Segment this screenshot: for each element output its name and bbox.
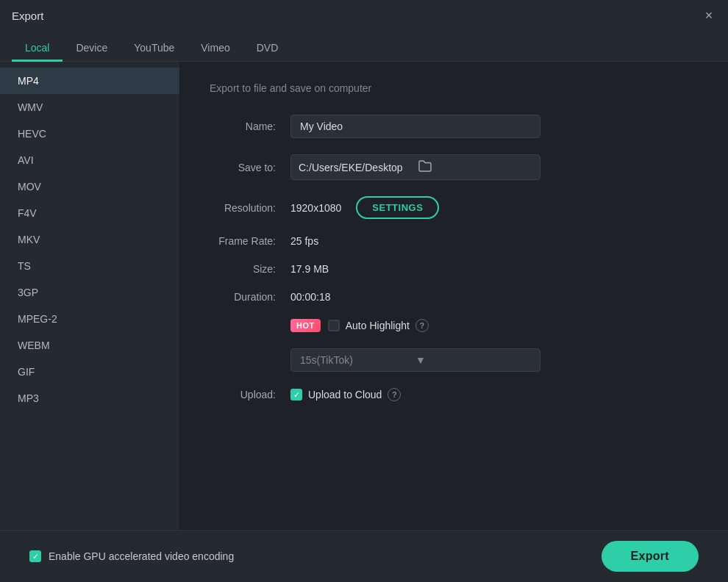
sidebar-item-mkv[interactable]: MKV (0, 226, 179, 253)
dialog-title: Export (12, 10, 43, 22)
export-content: Export to file and save on computer Name… (180, 62, 728, 530)
format-sidebar: MP4 WMV HEVC AVI MOV F4V MKV TS 3GP MPEG… (0, 62, 180, 530)
resolution-label: Resolution: (210, 202, 290, 214)
gpu-checkbox[interactable] (29, 550, 41, 562)
sidebar-item-f4v[interactable]: F4V (0, 200, 179, 226)
sidebar-item-gif[interactable]: GIF (0, 359, 179, 385)
auto-highlight-help-icon[interactable]: ? (415, 319, 429, 332)
upload-cloud-label: Upload to Cloud (308, 389, 382, 400)
close-button[interactable]: × (702, 8, 716, 23)
tab-bar: Local Device YouTube Vimeo DVD (0, 31, 728, 62)
tab-local[interactable]: Local (12, 36, 63, 62)
sidebar-item-3gp[interactable]: 3GP (0, 279, 179, 306)
save-to-label: Save to: (210, 162, 290, 173)
frame-rate-row: Frame Rate: 25 fps (210, 235, 699, 247)
frame-rate-value: 25 fps (290, 235, 318, 247)
resolution-row: Resolution: 1920x1080 SETTINGS (210, 196, 699, 219)
name-input[interactable] (290, 115, 540, 138)
upload-cloud-help-icon[interactable]: ? (388, 388, 401, 401)
auto-highlight-label: Auto Highlight (346, 320, 410, 331)
folder-icon[interactable] (418, 160, 532, 174)
name-row: Name: (210, 115, 699, 138)
save-to-row: Save to: C:/Users/EKE/Desktop (210, 154, 699, 180)
path-value: C:/Users/EKE/Desktop (299, 162, 413, 173)
title-bar: Export × (0, 0, 728, 31)
upload-row: Upload: Upload to Cloud ? (210, 388, 699, 401)
settings-button[interactable]: SETTINGS (356, 196, 439, 219)
tab-vimeo[interactable]: Vimeo (188, 36, 243, 62)
resolution-value: 1920x1080 (290, 202, 341, 214)
tab-youtube[interactable]: YouTube (121, 36, 188, 62)
sidebar-item-mp3[interactable]: MP3 (0, 385, 179, 412)
hot-badge: HOT (290, 319, 321, 332)
sidebar-item-avi[interactable]: AVI (0, 147, 179, 173)
tab-dvd[interactable]: DVD (243, 36, 292, 62)
duration-row: Duration: 00:00:18 (210, 291, 699, 303)
frame-rate-label: Frame Rate: (210, 235, 290, 247)
tiktok-duration-dropdown[interactable]: 15s(TikTok) ▼ (290, 348, 540, 372)
sidebar-item-hevc[interactable]: HEVC (0, 121, 179, 147)
upload-cloud-checkbox-wrap[interactable]: Upload to Cloud (290, 389, 382, 400)
sidebar-item-mp4[interactable]: MP4 (0, 68, 179, 94)
duration-value: 00:00:18 (290, 291, 331, 303)
path-input-wrap: C:/Users/EKE/Desktop (290, 154, 540, 180)
upload-label: Upload: (210, 389, 290, 400)
bottom-bar: Enable GPU accelerated video encoding Ex… (0, 530, 728, 582)
section-title: Export to file and save on computer (210, 82, 699, 94)
sidebar-item-wmv[interactable]: WMV (0, 94, 179, 121)
dropdown-arrow-icon: ▼ (415, 354, 531, 366)
export-button[interactable]: Export (602, 541, 699, 572)
duration-label: Duration: (210, 291, 290, 303)
resolution-value-wrap: 1920x1080 SETTINGS (290, 196, 439, 219)
gpu-check-wrap: Enable GPU accelerated video encoding (29, 550, 234, 562)
main-content: MP4 WMV HEVC AVI MOV F4V MKV TS 3GP MPEG… (0, 62, 728, 530)
size-label: Size: (210, 263, 290, 275)
gpu-label: Enable GPU accelerated video encoding (49, 550, 234, 562)
upload-cloud-checkbox[interactable] (290, 389, 302, 400)
auto-highlight-checkbox[interactable] (328, 320, 340, 331)
sidebar-item-webm[interactable]: WEBM (0, 332, 179, 359)
name-label: Name: (210, 121, 290, 132)
size-row: Size: 17.9 MB (210, 263, 699, 275)
name-input-wrap (290, 115, 540, 138)
sidebar-item-mov[interactable]: MOV (0, 173, 179, 200)
size-value: 17.9 MB (290, 263, 329, 275)
tab-device[interactable]: Device (63, 36, 121, 62)
dropdown-value: 15s(TikTok) (300, 354, 415, 366)
sidebar-item-ts[interactable]: TS (0, 253, 179, 279)
auto-highlight-row: HOT Auto Highlight ? (210, 319, 699, 332)
auto-highlight-checkbox-wrap[interactable]: Auto Highlight (328, 320, 410, 331)
sidebar-item-mpeg2[interactable]: MPEG-2 (0, 306, 179, 332)
